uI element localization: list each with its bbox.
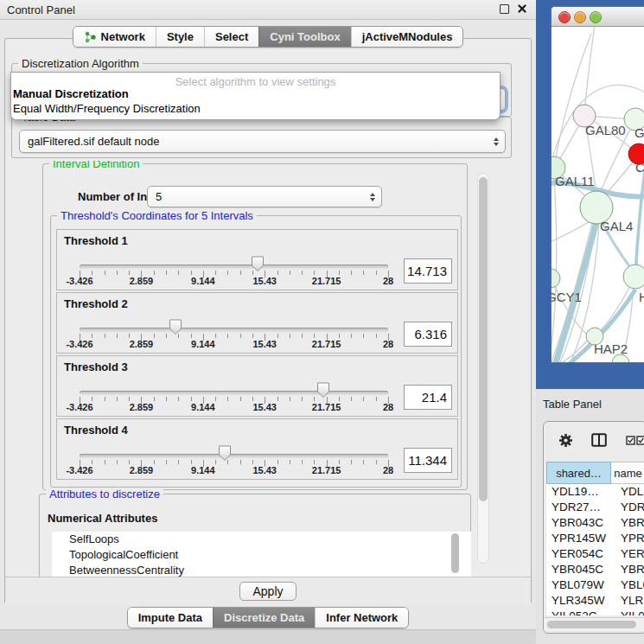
panel-title: Control Panel — [7, 3, 75, 16]
slider-thumb[interactable] — [251, 256, 265, 276]
close-button[interactable] — [558, 11, 571, 23]
threshold-label: Threshold 3 — [64, 360, 128, 373]
bottom-tab-infer-network[interactable]: Infer Network — [315, 608, 408, 628]
network-canvas[interactable]: GAL80G.CGAL11GAL4GCY1HHAP2 — [552, 27, 644, 363]
numerical-attributes-list[interactable]: SelfLoopsTopologicalCoefficientBetweenne… — [52, 532, 471, 577]
tick-mark — [363, 334, 364, 338]
algorithm-option-manual-discretization[interactable]: Manual Discretization — [13, 87, 129, 100]
tick-label: 2.859 — [130, 465, 154, 475]
table-header-row: shared… name — [546, 462, 644, 484]
network-edge[interactable] — [600, 284, 631, 331]
checkbox-checked-icon[interactable] — [626, 436, 635, 445]
table-panel-window: shared… name YDL19…YDL1YDR27…YDR2YBR043C… — [543, 421, 644, 634]
threshold-value-box[interactable]: 11.344 — [404, 448, 452, 473]
slider-thumb[interactable] — [169, 319, 182, 339]
tick-mark — [339, 397, 340, 401]
network-edge[interactable] — [552, 219, 593, 243]
network-edge[interactable] — [552, 178, 557, 357]
tab-label: jActiveMNodules — [362, 30, 453, 43]
threshold-value-box[interactable]: 21.4 — [404, 385, 452, 410]
column-header-shared[interactable]: shared… — [546, 462, 611, 484]
network-node-label: G. — [634, 125, 644, 140]
gear-icon[interactable] — [558, 433, 573, 448]
tick-mark — [363, 397, 364, 401]
tick-mark — [240, 397, 241, 401]
tick-mark — [290, 271, 290, 275]
network-node[interactable] — [623, 265, 644, 289]
threshold-value-box[interactable]: 6.316 — [404, 322, 452, 347]
tick-label: 2.859 — [130, 339, 154, 349]
close-icon[interactable] — [517, 3, 527, 14]
split-table-icon[interactable] — [591, 433, 607, 447]
algorithm-option-equal-width-frequency-discretization[interactable]: Equal Width/Frequency Discretization — [13, 102, 201, 115]
tick-mark — [339, 271, 340, 275]
tick-mark — [92, 271, 92, 275]
threshold-panel-4: Threshold 4-3.4262.8599.14415.4321.71528… — [56, 418, 458, 480]
table-horizontal-scrollbar[interactable] — [544, 617, 644, 631]
algorithm-dropdown-popup: Select algorithm to view settings Manual… — [10, 72, 501, 120]
table-row[interactable]: YBR045CYBR0 — [546, 562, 644, 577]
threshold-label: Threshold 2 — [64, 297, 128, 310]
table-row[interactable]: YDR27…YDR2 — [546, 500, 644, 515]
tab-jactivemnodules[interactable]: jActiveMNodules — [351, 27, 463, 47]
tick-mark — [339, 460, 340, 464]
float-window-icon[interactable] — [500, 4, 509, 14]
zoom-button[interactable] — [590, 11, 602, 23]
cell-shared-name: YBR045C — [546, 562, 611, 577]
table-row[interactable]: YDL19…YDL1 — [546, 484, 644, 500]
tick-mark — [302, 397, 303, 401]
cell-name: YER0 — [611, 546, 644, 562]
tab-cyni-toolbox[interactable]: Cyni Toolbox — [258, 27, 350, 47]
tick-mark — [154, 271, 155, 275]
attribute-item-betweennesscentrality[interactable]: BetweennessCentrality — [52, 563, 471, 577]
tick-mark — [227, 397, 228, 401]
tick-label: 15.43 — [252, 276, 277, 286]
tick-mark — [376, 397, 377, 401]
table-row[interactable]: YBR043CYBR0 — [546, 515, 644, 531]
tick-mark — [290, 460, 290, 464]
table-row[interactable]: YIL052CYIL0 — [546, 609, 644, 615]
tick-mark — [302, 271, 303, 275]
list-scrollbar[interactable] — [451, 533, 459, 573]
tab-network[interactable]: Network — [73, 27, 156, 47]
attribute-item-topologicalcoefficient[interactable]: TopologicalCoefficient — [52, 547, 471, 563]
table-rows: YDL19…YDL1YDR27…YDR2YBR043CYBR0YPR145WYP… — [546, 484, 644, 615]
tab-style[interactable]: Style — [156, 27, 204, 47]
bottom-tab-discretize-data[interactable]: Discretize Data — [213, 608, 315, 628]
slider-thumb[interactable] — [218, 445, 232, 465]
tick-mark — [166, 397, 167, 401]
tick-mark — [117, 334, 118, 338]
tick-mark — [191, 460, 192, 464]
bottom-tab-impute-data[interactable]: Impute Data — [128, 608, 213, 628]
column-header-name[interactable]: name — [611, 462, 644, 484]
network-node-label: GCY1 — [552, 290, 582, 304]
tab-select[interactable]: Select — [204, 27, 258, 47]
network-node[interactable] — [552, 269, 560, 288]
network-edge[interactable] — [584, 27, 595, 116]
tick-mark — [339, 334, 340, 338]
bottom-tabbar: Impute DataDiscretize DataInfer Network — [0, 607, 536, 628]
table-data-combo[interactable]: galFiltered.sif default node — [19, 130, 506, 153]
table-row[interactable]: YLR345WYLR3 — [546, 593, 644, 609]
minimize-button[interactable] — [574, 11, 586, 23]
thresholds-groupbox: Threshold's Coordinates for 5 Intervals … — [50, 215, 462, 488]
threshold-panel-3: Threshold 3-3.4262.8599.14415.4321.71528… — [56, 355, 458, 417]
tick-label: 21.715 — [312, 339, 341, 349]
settings-vertical-scrollbar[interactable] — [477, 173, 489, 564]
tick-mark — [129, 271, 130, 275]
table-row[interactable]: YPR145WYPR1 — [546, 531, 644, 546]
attribute-item-selfloops[interactable]: SelfLoops — [52, 532, 471, 547]
table-row[interactable]: YER054CYER0 — [546, 546, 644, 562]
cell-name: YBR0 — [611, 562, 644, 577]
table-row[interactable]: YBL079WYBL0 — [546, 577, 644, 593]
num-intervals-combo[interactable]: 5 — [147, 186, 382, 207]
slider-thumb[interactable] — [316, 382, 330, 402]
tick-mark — [117, 397, 118, 401]
scrollbar-thumb[interactable] — [547, 621, 636, 628]
scrollbar-thumb[interactable] — [479, 177, 488, 501]
apply-button[interactable]: Apply — [239, 582, 296, 601]
threshold-value-box[interactable]: 14.713 — [404, 258, 452, 284]
tick-mark — [105, 460, 105, 464]
checkbox-checked-icon[interactable] — [636, 436, 644, 445]
right-side: GAL80G.CGAL11GAL4GCY1HHAP2 Table Panel — [536, 0, 644, 644]
